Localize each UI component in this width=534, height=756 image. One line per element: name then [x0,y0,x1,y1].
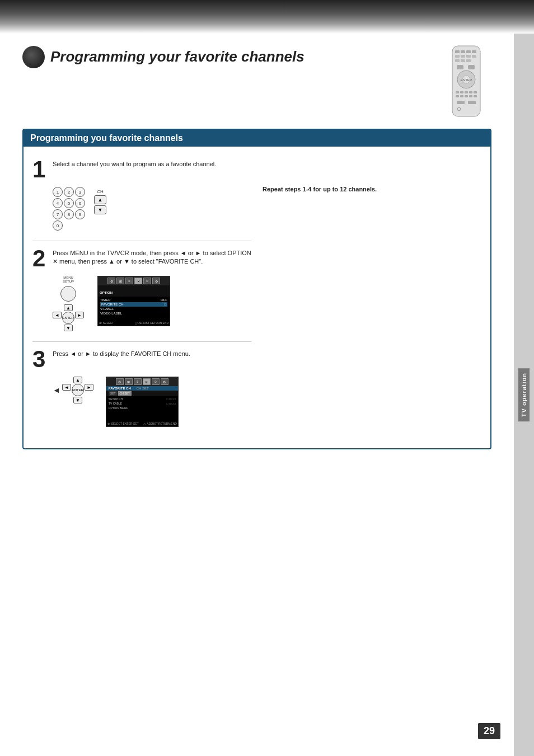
numpad-row-0: 0 [53,220,85,231]
menu-icon-2: ⊞ [116,278,124,284]
d2: □ □ □ □ [167,402,176,405]
svg-rect-27 [457,101,465,104]
programming-section: Programming you favorite channels 1 Sele… [22,129,491,449]
step-2-text-rest: ✕ menu, then press ▲ or ▼ to select "FAV… [53,258,203,265]
svg-rect-12 [457,65,463,69]
fav-setup-label: SETUP CH [109,397,123,401]
step-2-header: 2 Press MENU in the TV/VCR mode, then pr… [32,247,251,270]
title-section: Programming your favorite channels [22,34,491,123]
numpad-0: 0 [53,220,63,231]
svg-rect-7 [466,55,471,58]
fav-icon-2: ⊞ [125,378,133,385]
fav-title-right: CH SET [137,387,149,390]
divider-1 [32,241,251,241]
top-bar [0,0,534,34]
option-label-row: OPTION [98,285,170,297]
step-2-number: 2 [32,247,48,270]
svg-rect-21 [474,91,477,93]
menu-item-timer: TIMER OFF [100,298,167,302]
two-column-layout: 1 Select a channel you want to program a… [32,158,481,437]
svg-rect-28 [468,101,476,104]
svg-rect-4 [472,50,476,53]
vlabel-label: V-LABEL [100,307,114,311]
ch-down-arrow: ▼ [94,205,106,214]
step-2-nav: MENUSETUP ▲ ◄ ENTER ► [53,276,84,331]
fav-icon-1: ⚙ [116,378,124,385]
fav-tvcable-label: TV CABLE [109,402,122,405]
right-sidebar: TV operation [514,34,534,756]
menu-icon-1: ⚙ [107,278,115,284]
fav-title-bar: FAVORITE CH CH SET [106,386,178,391]
svg-rect-26 [474,95,477,97]
step-1-number: 1 [32,158,48,181]
left-column: 1 Select a channel you want to program a… [32,158,251,437]
step-3-number: 3 [32,348,48,371]
fav-footer: ⊕: SELECT ENTER-SET △: ADJUST RETURN:END [107,422,177,425]
title-wrap: Programming your favorite channels [22,45,305,68]
section-body: 1 Select a channel you want to program a… [24,147,490,448]
numpad-row-3: 7 8 9 [53,209,85,219]
svg-rect-18 [460,91,463,93]
step-1-header: 1 Select a channel you want to program a… [32,158,251,181]
menu-item-favorite: FAVORITE CH □ [100,302,167,307]
remote-illustration: ENTER [441,45,491,118]
fav-tabs: SET CH SET [106,391,178,396]
menu-item-videolabel: VIDEO LABEL [100,311,167,316]
step-2-text-press: Press [53,250,68,256]
footer-adjust: △: ADJUST RETURN:END [135,321,168,325]
divider-2 [32,341,251,342]
fav-title-left: FAVORITE CH [109,387,131,390]
svg-rect-20 [469,91,472,93]
numpad-2: 2 [64,187,74,197]
step-3-header: 3 Press ◄ or ► to display the FAVORITE C… [32,348,251,371]
right-column: Repeat steps 1-4 for up to 12 channels. [263,158,481,437]
s3-right-arrow: ► [85,384,93,391]
fav-tvcable-dots: □ □ □ □ [167,402,176,405]
main-content: Programming your favorite channels [0,34,514,449]
svg-rect-3 [466,50,471,53]
fav-icon-3: ≡ [134,378,142,385]
s3-enter-button: ENTER [72,384,84,396]
down-arrow: ▼ [64,325,73,331]
svg-rect-24 [465,95,468,97]
menu-footer: ⊕: SELECT △: ADJUST RETURN:END [99,321,168,325]
up-arrow: ▲ [64,304,73,311]
ch-up-arrow: ▲ [94,195,106,204]
menu-list: TIMER OFF FAVORITE CH □ V-LABEL [98,297,170,317]
fav-tab-set: SET [109,391,118,396]
menu-icon-6: ⚙ [152,278,160,284]
title-icon [22,46,45,68]
fav-item-tvcable: TV CABLE □ □ □ □ [109,401,176,406]
page-title: Programming your favorite channels [50,48,305,65]
svg-point-29 [457,107,461,111]
favorite-value: □ [164,303,166,306]
fav-icon-bar: ⚙ ⊞ ≡ ✕ ☺ ⚙ [106,377,178,386]
favorite-label: FAVORITE CH [101,303,124,306]
svg-rect-22 [456,95,459,97]
right-arrow: ► [75,312,84,318]
footer-select: ⊕: SELECT [99,321,114,325]
svg-text:ENTER: ENTER [461,78,472,82]
step-1-content: 1 2 3 4 5 6 7 [53,187,251,231]
numpad-4: 4 [53,198,63,208]
page-number: 29 [478,723,500,739]
s3-left-arrow: ◄ [62,384,71,391]
svg-rect-2 [461,50,465,53]
menu-icon-4-active: ✕ [134,278,142,284]
numpad-row-1: 1 2 3 [53,187,85,197]
svg-rect-23 [460,95,463,97]
fav-icon-5: ☺ [152,378,160,385]
fav-footer-1: ⊕: SELECT ENTER-SET [107,422,139,425]
fav-tab-chset: CH SET [118,391,132,396]
step-2-block: 2 Press MENU in the TV/VCR mode, then pr… [32,247,251,331]
svg-rect-25 [469,95,472,97]
step-3-screen: ⚙ ⊞ ≡ ✕ ☺ ⚙ FAVORITE CH CH SET [106,377,179,427]
menu-icon-bar: ⚙ ⊞ ≡ ✕ ☺ ⚙ [98,276,170,285]
numpad-1: 1 [53,187,63,197]
svg-rect-8 [472,55,476,58]
step-3-nav: ◄ ▲ ◄ ENTER ► ▼ [53,377,93,403]
enter-button: ENTER [62,312,74,324]
numpad-7: 7 [53,209,63,219]
step-2-content: MENUSETUP ▲ ◄ ENTER ► [53,276,251,331]
s3-up-arrow: ▲ [73,377,82,383]
